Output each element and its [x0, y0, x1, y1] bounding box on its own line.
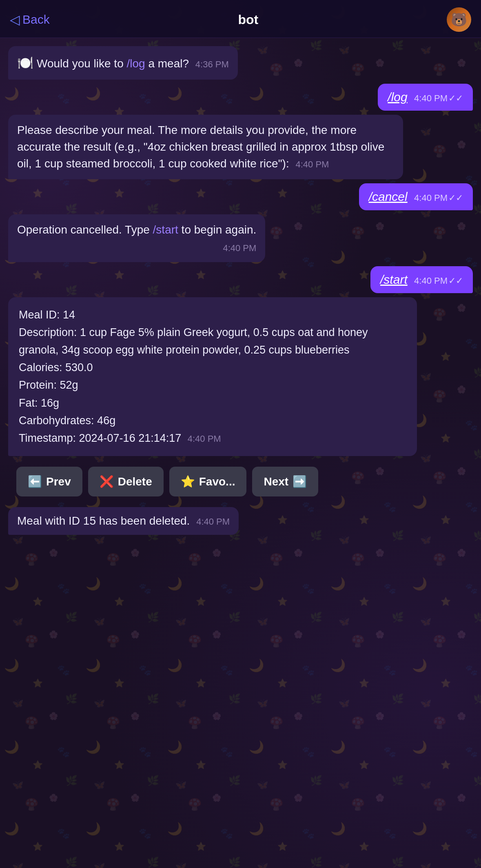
favo-icon: ⭐ — [181, 475, 195, 488]
message-time: 4:40 PM — [414, 93, 448, 103]
list-item: Meal with ID 15 has been deleted. 4:40 P… — [8, 507, 239, 535]
chat-container: ◁ Back bot 🐻 🍽️Would you like to /log a … — [0, 0, 481, 551]
protein-label: Protein: — [19, 379, 60, 391]
meal-carbohydrates-line: Carbohydrates: 46g — [19, 412, 406, 430]
message-time: 4:40 PM — [20, 242, 256, 255]
deleted-message-text: Meal with ID 15 has been deleted. — [17, 514, 190, 527]
meal-fat-line: Fat: 16g — [19, 394, 406, 412]
list-item: Meal ID: 14 Description: 1 cup Fage 5% p… — [8, 297, 417, 456]
list-item: /log 4:40 PM✓✓ — [378, 84, 473, 111]
meal-id-value: 14 — [63, 309, 75, 321]
calories-label: Calories: — [19, 361, 65, 374]
prev-button[interactable]: ⬅️ Prev — [16, 467, 82, 496]
read-checkmarks: ✓✓ — [448, 93, 463, 103]
message-time: 4:40 PM — [296, 159, 329, 169]
message-time: 4:40 PM — [414, 276, 448, 286]
user-message-bubble: /cancel 4:40 PM✓✓ — [359, 183, 473, 210]
meal-id-line: Meal ID: 14 — [19, 306, 406, 324]
bot-message-bubble: Operation cancelled. Type /start to begi… — [8, 214, 265, 262]
avatar: 🐻 — [447, 7, 471, 32]
bot-message-bubble: 🍽️Would you like to /log a meal? 4:36 PM — [8, 46, 238, 80]
user-log-link[interactable]: /log — [388, 90, 407, 104]
carbohydrates-label: Carbohydrates: — [19, 414, 97, 427]
bot-message-bubble: Please describe your meal. The more deta… — [8, 115, 403, 179]
operation-cancelled-text-before: Operation cancelled. Type — [17, 223, 153, 236]
header: ◁ Back bot 🐻 — [0, 0, 481, 38]
timestamp-value: 2024-07-16 21:14:17 — [79, 432, 182, 444]
meal-timestamp-line: Timestamp: 2024-07-16 21:14:17 4:40 PM — [19, 430, 406, 447]
fat-label: Fat: — [19, 397, 41, 409]
favo-label: Favo... — [199, 475, 235, 488]
list-item: /cancel 4:40 PM✓✓ — [359, 183, 473, 210]
next-icon: ➡️ — [293, 475, 307, 488]
avatar-image: 🐻 — [451, 12, 467, 27]
chat-title: bot — [238, 12, 258, 27]
list-item: 🍽️Would you like to /log a meal? 4:36 PM — [8, 46, 238, 80]
message-time: 4:40 PM — [414, 193, 448, 203]
prev-icon: ⬅️ — [28, 475, 42, 488]
protein-value: 52g — [60, 379, 78, 391]
message-text-after-link: a meal? — [145, 57, 189, 70]
back-arrow-icon: ◁ — [10, 12, 20, 27]
message-time: 4:36 PM — [195, 59, 229, 69]
describe-meal-text: Please describe your meal. The more deta… — [17, 124, 384, 169]
prev-label: Prev — [46, 475, 71, 488]
list-item: Please describe your meal. The more deta… — [8, 115, 403, 179]
action-buttons-row: ⬅️ Prev ❌ Delete ⭐ Favo... Next ➡️ — [8, 460, 473, 503]
description-label: Description: — [19, 326, 80, 338]
message-time: 4:40 PM — [196, 516, 230, 527]
message-time: 4:40 PM — [188, 434, 221, 444]
user-start-link[interactable]: /start — [380, 273, 408, 286]
meal-description-line: Description: 1 cup Fage 5% plain Greek y… — [19, 324, 406, 359]
meal-calories-line: Calories: 530.0 — [19, 359, 406, 376]
carbohydrates-value: 46g — [97, 414, 115, 427]
next-button[interactable]: Next ➡️ — [252, 467, 318, 496]
read-checkmarks: ✓✓ — [448, 193, 463, 203]
operation-cancelled-text-after: to begin again. — [178, 223, 257, 236]
meal-protein-line: Protein: 52g — [19, 376, 406, 394]
next-label: Next — [264, 475, 288, 488]
bot-icon: 🍽️ — [17, 56, 33, 70]
user-message-bubble: /start 4:40 PM✓✓ — [370, 266, 473, 293]
timestamp-label: Timestamp: — [19, 432, 79, 444]
delete-label: Delete — [118, 475, 152, 488]
delete-button[interactable]: ❌ Delete — [88, 467, 164, 496]
back-label: Back — [22, 13, 50, 27]
calories-value: 530.0 — [65, 361, 93, 374]
delete-icon: ❌ — [100, 475, 114, 488]
list-item: /start 4:40 PM✓✓ — [370, 266, 473, 293]
messages-list: 🍽️Would you like to /log a meal? 4:36 PM… — [0, 38, 481, 539]
meal-id-label: Meal ID: — [19, 309, 63, 321]
read-checkmarks: ✓✓ — [448, 276, 463, 286]
start-link[interactable]: /start — [153, 223, 178, 236]
message-text-before-link: Would you like to — [37, 57, 127, 70]
user-message-bubble: /log 4:40 PM✓✓ — [378, 84, 473, 111]
log-link[interactable]: /log — [127, 57, 145, 70]
back-button[interactable]: ◁ Back — [10, 12, 50, 27]
list-item: Operation cancelled. Type /start to begi… — [8, 214, 265, 262]
fat-value: 16g — [41, 397, 59, 409]
user-cancel-link[interactable]: /cancel — [369, 190, 408, 203]
favourite-button[interactable]: ⭐ Favo... — [169, 467, 247, 496]
